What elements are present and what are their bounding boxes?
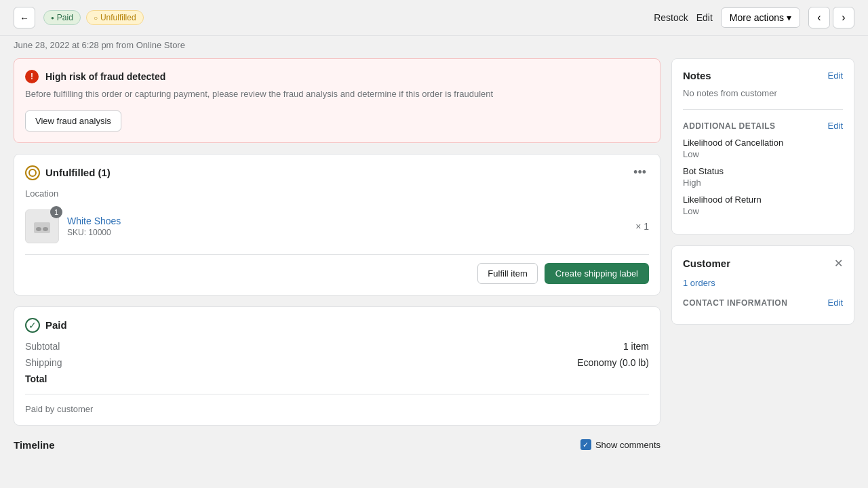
notes-header: Notes Edit bbox=[683, 70, 843, 81]
subtotal-row: Subtotal 1 item bbox=[25, 341, 649, 352]
return-item: Likelihood of Return Low bbox=[683, 195, 843, 216]
unfulfilled-title: Unfulfilled (1) bbox=[45, 167, 111, 178]
product-info: White Shoes SKU: 10000 bbox=[67, 216, 627, 237]
top-bar-left: ← Paid Unfulfilled bbox=[14, 7, 144, 28]
paid-badge: Paid bbox=[43, 10, 81, 25]
return-value: Low bbox=[683, 206, 843, 216]
location-label: Location bbox=[25, 188, 649, 199]
paid-by: Paid by customer bbox=[25, 404, 649, 414]
customer-close-button[interactable]: ✕ bbox=[834, 257, 843, 270]
customer-orders-count: 1 orders bbox=[683, 278, 843, 288]
more-actions-button[interactable]: More actions ▾ bbox=[721, 7, 800, 28]
next-button[interactable]: › bbox=[833, 7, 854, 28]
paid-title-row: ✓ Paid bbox=[25, 318, 67, 333]
notes-card: Notes Edit No notes from customer ADDITI… bbox=[671, 58, 854, 235]
product-thumbnail bbox=[33, 217, 52, 236]
shipping-value: Economy (0.0 lb) bbox=[577, 357, 649, 368]
create-shipping-label-button[interactable]: Create shipping label bbox=[545, 263, 649, 284]
contact-section-title: CONTACT INFORMATION bbox=[683, 298, 787, 308]
prev-button[interactable]: ‹ bbox=[808, 7, 830, 28]
bot-status-label: Bot Status bbox=[683, 166, 843, 176]
paid-status-icon: ✓ bbox=[25, 318, 40, 333]
fraud-warning-icon: ! bbox=[25, 70, 39, 83]
shipping-label: Shipping bbox=[25, 357, 62, 368]
subtotal-label: Subtotal bbox=[25, 341, 60, 352]
customer-card-header: Customer ✕ bbox=[683, 257, 843, 270]
chevron-down-icon: ▾ bbox=[787, 12, 791, 23]
edit-button[interactable]: Edit bbox=[696, 12, 713, 23]
notes-title: Notes bbox=[683, 70, 711, 81]
order-meta: June 28, 2022 at 6:28 pm from Online Sto… bbox=[0, 36, 868, 58]
fulfill-item-button[interactable]: Fulfill item bbox=[477, 263, 538, 284]
unfulfilled-menu-button[interactable]: ••• bbox=[631, 165, 649, 180]
svg-point-1 bbox=[36, 227, 41, 231]
additional-details-header: ADDITIONAL DETAILS Edit bbox=[683, 109, 843, 131]
unfulfilled-title-row: Unfulfilled (1) bbox=[25, 165, 111, 180]
top-bar-right: Restock Edit More actions ▾ ‹ › bbox=[654, 7, 854, 28]
back-icon: ← bbox=[20, 13, 28, 23]
view-fraud-button[interactable]: View fraud analysis bbox=[25, 110, 121, 131]
product-image: 1 bbox=[25, 209, 59, 243]
restock-button[interactable]: Restock bbox=[654, 12, 688, 23]
additional-details-edit-button[interactable]: Edit bbox=[828, 121, 843, 131]
subtotal-value: 1 item bbox=[623, 341, 649, 352]
divider bbox=[25, 394, 649, 394]
show-comments-checkbox[interactable] bbox=[580, 439, 591, 450]
order-date: June 28, 2022 at 6:28 pm from Online Sto… bbox=[14, 40, 185, 50]
contact-edit-button[interactable]: Edit bbox=[828, 298, 843, 308]
bot-status-value: High bbox=[683, 178, 843, 188]
product-row: 1 White Shoes SKU: 10000 × 1 bbox=[25, 209, 649, 243]
top-bar: ← Paid Unfulfilled Restock Edit More act… bbox=[0, 0, 868, 36]
svg-point-2 bbox=[43, 227, 48, 231]
cancellation-item: Likelihood of Cancellation Low bbox=[683, 138, 843, 159]
paid-title: Paid bbox=[45, 319, 67, 331]
svg-rect-0 bbox=[34, 222, 50, 233]
show-comments-label: Show comments bbox=[595, 440, 660, 450]
more-actions-label: More actions bbox=[730, 12, 784, 23]
product-qty-badge: 1 bbox=[50, 206, 62, 218]
contact-section-header: CONTACT INFORMATION Edit bbox=[683, 298, 843, 308]
fraud-header: ! High risk of fraud detected bbox=[25, 70, 649, 83]
right-column: Notes Edit No notes from customer ADDITI… bbox=[671, 58, 854, 453]
cancellation-label: Likelihood of Cancellation bbox=[683, 138, 843, 148]
notes-content: No notes from customer bbox=[683, 88, 843, 98]
paid-header: ✓ Paid bbox=[25, 318, 649, 333]
card-actions: Fulfill item Create shipping label bbox=[25, 254, 649, 284]
nav-arrows: ‹ › bbox=[808, 7, 854, 28]
unfulfilled-card: Unfulfilled (1) ••• Location 1 White Sho… bbox=[14, 154, 660, 296]
timeline-title: Timeline bbox=[14, 439, 55, 451]
customer-card: Customer ✕ 1 orders CONTACT INFORMATION … bbox=[671, 245, 854, 325]
status-badges: Paid Unfulfilled bbox=[43, 10, 144, 25]
total-row: Total bbox=[25, 373, 649, 384]
product-name-link[interactable]: White Shoes bbox=[67, 216, 121, 226]
fraud-title: High risk of fraud detected bbox=[45, 71, 165, 82]
show-comments-row: Show comments bbox=[580, 439, 660, 450]
notes-edit-button[interactable]: Edit bbox=[828, 70, 843, 81]
shipping-row: Shipping Economy (0.0 lb) bbox=[25, 357, 649, 368]
additional-details-title: ADDITIONAL DETAILS bbox=[683, 121, 776, 131]
unfulfilled-badge: Unfulfilled bbox=[86, 10, 144, 25]
paid-card: ✓ Paid Subtotal 1 item Shipping Economy … bbox=[14, 306, 660, 426]
back-button[interactable]: ← bbox=[14, 7, 35, 28]
left-column: ! High risk of fraud detected Before ful… bbox=[14, 58, 660, 453]
cancellation-value: Low bbox=[683, 149, 843, 159]
main-content: ! High risk of fraud detected Before ful… bbox=[0, 58, 868, 467]
fraud-description: Before fulfilling this order or capturin… bbox=[25, 87, 649, 101]
product-sku: SKU: 10000 bbox=[67, 228, 627, 237]
total-label: Total bbox=[25, 373, 47, 384]
product-quantity: × 1 bbox=[635, 221, 649, 232]
fraud-alert: ! High risk of fraud detected Before ful… bbox=[14, 58, 660, 143]
customer-title: Customer bbox=[683, 258, 730, 269]
bot-status-item: Bot Status High bbox=[683, 166, 843, 188]
unfulfilled-status-icon bbox=[25, 165, 40, 180]
unfulfilled-header: Unfulfilled (1) ••• bbox=[25, 165, 649, 180]
timeline-section: Timeline Show comments bbox=[14, 436, 660, 453]
return-label: Likelihood of Return bbox=[683, 195, 843, 205]
